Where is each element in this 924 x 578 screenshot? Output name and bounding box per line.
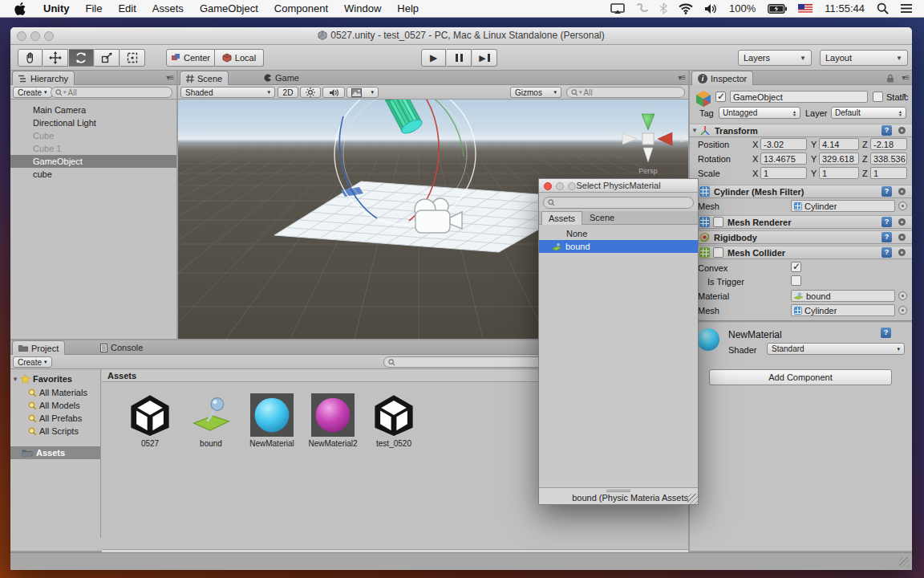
popup-resize-grip[interactable] bbox=[687, 494, 698, 504]
apple-menu-icon[interactable] bbox=[0, 2, 35, 15]
shading-mode-dropdown[interactable]: Shaded▾ bbox=[180, 87, 275, 98]
scene-audio-button[interactable] bbox=[322, 87, 345, 98]
asset-newmaterial2[interactable]: NewMaterial2 bbox=[304, 393, 362, 448]
assets-root-folder[interactable]: Assets bbox=[10, 446, 100, 459]
rotation-x-field[interactable]: 13.4675 bbox=[760, 153, 807, 165]
convex-checkbox[interactable] bbox=[791, 262, 801, 272]
gear-icon[interactable] bbox=[897, 125, 907, 136]
hierarchy-create-button[interactable]: Create▾ bbox=[13, 87, 52, 98]
phone-icon[interactable] bbox=[636, 2, 648, 14]
tab-inspector[interactable]: i Inspector bbox=[691, 71, 753, 85]
collider-mesh-field[interactable]: Cylinder bbox=[791, 304, 895, 316]
menu-file[interactable]: File bbox=[78, 0, 111, 18]
collider-mesh-picker-button[interactable] bbox=[898, 306, 907, 315]
hierarchy-search-input[interactable]: ▾ All bbox=[51, 87, 172, 98]
gear-icon[interactable] bbox=[897, 186, 907, 197]
step-button[interactable]: ▶ bbox=[472, 49, 497, 67]
help-icon[interactable]: ? bbox=[881, 247, 892, 258]
layers-dropdown[interactable]: Layers▼ bbox=[738, 50, 812, 66]
scale-tool-button[interactable] bbox=[95, 49, 120, 67]
input-language-flag-icon[interactable] bbox=[798, 4, 813, 14]
play-button[interactable]: ▶ bbox=[421, 49, 446, 67]
popup-search-input[interactable] bbox=[543, 197, 694, 209]
volume-icon[interactable] bbox=[704, 3, 717, 14]
gear-icon[interactable] bbox=[897, 217, 907, 227]
scale-y-field[interactable]: 1 bbox=[819, 167, 859, 179]
asset-bound[interactable]: bound bbox=[182, 393, 240, 448]
scene-search-input[interactable]: ▾ All bbox=[566, 87, 685, 98]
help-icon[interactable]: ? bbox=[881, 328, 891, 338]
favorite-all-scripts[interactable]: All Scripts bbox=[10, 425, 100, 438]
tab-console[interactable]: Console bbox=[95, 340, 148, 355]
material-sphere-preview[interactable] bbox=[696, 328, 720, 352]
shader-dropdown[interactable]: Standard▾ bbox=[767, 343, 905, 355]
mesh-filter-mesh-field[interactable]: Cylinder bbox=[791, 200, 895, 212]
popup-minimize-button[interactable] bbox=[556, 182, 564, 190]
favorites-folder[interactable]: ▼ Favorites bbox=[10, 372, 100, 385]
panel-menu-icon[interactable]: ▾≡ bbox=[166, 73, 173, 82]
rigidbody-component-header[interactable]: ▶ Rigidbody ? bbox=[690, 230, 912, 244]
menu-app-name[interactable]: Unity bbox=[35, 0, 78, 18]
transform-component-header[interactable]: ▼ Transform ? bbox=[690, 124, 912, 137]
menu-edit[interactable]: Edit bbox=[110, 0, 144, 18]
tab-project[interactable]: Project bbox=[12, 340, 65, 355]
hierarchy-item-cube-lower[interactable]: cube bbox=[10, 168, 176, 181]
window-title-bar[interactable]: 0527.unity - test_0527 - PC, Mac & Linux… bbox=[10, 27, 912, 45]
popup-close-button[interactable] bbox=[544, 182, 552, 190]
asset-newmaterial[interactable]: NewMaterial bbox=[243, 393, 301, 448]
tab-scene[interactable]: Scene bbox=[180, 71, 229, 85]
project-search-input[interactable] bbox=[383, 356, 544, 368]
position-z-field[interactable]: -2.18 bbox=[870, 138, 907, 150]
lock-icon[interactable] bbox=[886, 74, 894, 83]
foldout-icon[interactable]: ▼ bbox=[10, 376, 20, 383]
hierarchy-item-gameobject[interactable]: GameObject bbox=[10, 155, 176, 168]
help-icon[interactable]: ? bbox=[881, 232, 892, 242]
mesh-renderer-enabled-checkbox[interactable] bbox=[713, 217, 723, 227]
mesh-picker-button[interactable] bbox=[898, 201, 907, 210]
position-x-field[interactable]: -3.02 bbox=[760, 138, 807, 150]
collider-material-field[interactable]: bound bbox=[791, 290, 895, 302]
menu-gameobject[interactable]: GameObject bbox=[192, 0, 266, 18]
static-checkbox[interactable] bbox=[873, 92, 883, 102]
rotation-z-field[interactable]: 338.536 bbox=[870, 153, 907, 165]
gear-icon[interactable] bbox=[897, 247, 907, 258]
airplay-display-icon[interactable] bbox=[610, 3, 625, 14]
layout-dropdown[interactable]: Layout▼ bbox=[820, 50, 908, 66]
toggle-2d-button[interactable]: 2D bbox=[278, 87, 298, 98]
spotlight-search-icon[interactable] bbox=[877, 2, 889, 14]
mesh-collider-component-header[interactable]: ▼ Mesh Collider ? bbox=[690, 246, 912, 259]
layer-dropdown[interactable]: Default▲▼ bbox=[831, 107, 906, 119]
notification-center-icon[interactable] bbox=[900, 3, 913, 14]
hand-tool-button[interactable] bbox=[18, 49, 43, 67]
help-icon[interactable]: ? bbox=[881, 217, 892, 227]
hierarchy-item-directional-light[interactable]: Directional Light bbox=[10, 116, 176, 129]
menu-help[interactable]: Help bbox=[389, 0, 427, 18]
favorite-all-models[interactable]: All Models bbox=[10, 399, 100, 412]
drag-handle[interactable] bbox=[606, 490, 630, 490]
tag-dropdown[interactable]: Untagged▲▼ bbox=[719, 107, 800, 119]
gameobject-name-field[interactable]: GameObject bbox=[730, 91, 868, 103]
popup-tab-assets[interactable]: Assets bbox=[541, 211, 582, 225]
popup-tab-scene[interactable]: Scene bbox=[583, 211, 621, 225]
scale-x-field[interactable]: 1 bbox=[760, 167, 807, 179]
bluetooth-icon[interactable] bbox=[659, 2, 667, 14]
asset-test-0520[interactable]: test_0520 bbox=[365, 393, 423, 448]
menu-component[interactable]: Component bbox=[266, 0, 336, 18]
favorite-all-materials[interactable]: All Materials bbox=[10, 386, 100, 399]
rotate-tool-button[interactable] bbox=[69, 49, 94, 67]
foldout-icon[interactable]: ▼ bbox=[690, 127, 699, 134]
menu-clock[interactable]: 11:55:44 bbox=[825, 2, 865, 14]
menu-window[interactable]: Window bbox=[336, 0, 389, 18]
position-y-field[interactable]: 4.14 bbox=[819, 138, 859, 150]
hierarchy-item-cube[interactable]: Cube bbox=[10, 129, 176, 142]
favorite-all-prefabs[interactable]: All Prefabs bbox=[10, 412, 100, 425]
wifi-icon[interactable] bbox=[679, 3, 693, 14]
inspector-menu-icon[interactable]: ▾≡ bbox=[902, 73, 909, 82]
popup-item-bound[interactable]: bound bbox=[539, 240, 698, 253]
tab-game[interactable]: Game bbox=[258, 71, 305, 85]
gameobject-active-checkbox[interactable] bbox=[715, 92, 726, 102]
scene-effects-dropdown[interactable]: ▾ bbox=[346, 87, 379, 98]
scene-lighting-button[interactable] bbox=[300, 87, 321, 98]
scene-panel-menu-icon[interactable]: ▾≡ bbox=[678, 73, 685, 82]
help-icon[interactable]: ? bbox=[881, 125, 892, 136]
